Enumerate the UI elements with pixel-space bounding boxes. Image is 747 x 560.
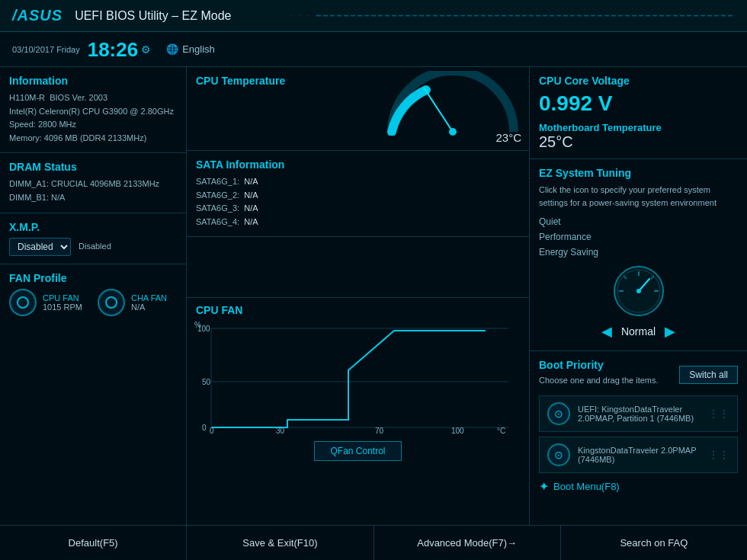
ez-description: Click the icon to specify your preferred… — [539, 184, 738, 209]
ez-mode-performance: Performance — [539, 230, 738, 244]
datetime-section: 03/10/2017 Friday — [12, 45, 80, 54]
boot-item-2[interactable]: ⊙ KingstonDataTraveler 2.0PMAP (7446MB) … — [539, 437, 738, 473]
bottombar: Default(F5) Save & Exit(F10) Advanced Mo… — [0, 525, 747, 560]
cpu-volt-value: 0.992 V — [539, 91, 738, 116]
info-speed: Speed: 2800 MHz — [9, 118, 177, 132]
svg-point-1 — [449, 128, 457, 136]
sata-port-1: SATA6G_1: N/A — [196, 175, 520, 189]
cha-fan-icon — [98, 289, 125, 316]
mb-temp-value: 25°C — [539, 133, 738, 151]
boot-title: Boot Priority — [539, 359, 659, 371]
ez-mode-energy: Energy Saving — [539, 245, 738, 259]
cpufan-chart-area: % 100 50 0 0 30 70 100 °C — [196, 321, 520, 435]
cha-fan-inner — [105, 296, 117, 309]
ez-mode-quiet: Quiet — [539, 215, 738, 229]
cha-fan-text: CHA FAN N/A — [131, 293, 167, 312]
xmp-row: Disabled Profile 1 Profile 2 Disabled — [9, 238, 177, 256]
header-decoration: · · · ━━━━━━━━━━━━━━━━━━━━━━━━━━━━━━━━━━… — [290, 11, 735, 20]
qfan-button[interactable]: QFan Control — [314, 441, 401, 461]
svg-line-0 — [424, 88, 453, 132]
cpufan-panel: CPU FAN % 100 50 0 0 30 70 100 — [187, 298, 529, 525]
switch-all-button[interactable]: Switch all — [679, 366, 738, 384]
header-bar: /ASUS UEFI BIOS Utility – EZ Mode · · · … — [0, 0, 747, 32]
info-title: Information — [9, 75, 177, 87]
dram-title: DRAM Status — [9, 161, 177, 173]
ez-modes-list: Quiet Performance Energy Saving — [539, 215, 738, 259]
svg-point-22 — [636, 289, 641, 293]
boot-desc: Choose one and drag the items. — [539, 376, 659, 385]
cpu-fan-icon — [9, 289, 37, 316]
cpu-temp-panel: CPU Temperature 23°C — [187, 67, 529, 151]
fan-title: FAN Profile — [9, 272, 177, 284]
boot-item-2-text: KingstonDataTraveler 2.0PMAP (7446MB) — [578, 446, 701, 464]
language-section[interactable]: 🌐 English — [166, 43, 215, 55]
ez-mode-selector: ◀ Normal ▶ — [539, 323, 738, 340]
dram-panel: DRAM Status DIMM_A1: CRUCIAL 4096MB 2133… — [0, 153, 186, 213]
boot-drag-icon-1: ⋮⋮ — [708, 408, 729, 420]
search-faq-btn[interactable]: Search on FAQ — [561, 526, 747, 560]
cpu-fan-rpm: 1015 RPM — [43, 302, 82, 312]
sata-panel: SATA Information SATA6G_1: N/A SATA6G_2:… — [187, 151, 529, 237]
info-model: H110M-R BIOS Ver. 2003 — [9, 91, 177, 105]
cha-fan-value: N/A — [131, 302, 167, 312]
svg-text:°C: °C — [497, 427, 505, 434]
sata-ports: SATA6G_1: N/A SATA6G_2: N/A SATA6G_3: N/… — [196, 175, 520, 229]
cpu-fan-item: CPU FAN 1015 RPM — [9, 289, 82, 316]
ez-next-btn[interactable]: ▶ — [665, 323, 675, 340]
topbar: 03/10/2017 Friday 18:26 ⚙ 🌐 English — [0, 32, 747, 67]
svg-text:100: 100 — [451, 427, 464, 434]
qfan-btn-container: QFan Control — [196, 435, 520, 461]
date-display: 03/10/2017 Friday — [12, 45, 80, 54]
boot-menu-label: Boot Menu(F8) — [553, 481, 620, 492]
dram-dimm-b1: DIMM_B1: N/A — [9, 191, 177, 205]
asus-logo: /ASUS — [12, 7, 63, 24]
cha-fan-label: CHA FAN — [131, 293, 167, 302]
boot-panel: Boot Priority Choose one and drag the it… — [530, 351, 747, 525]
right-column: CPU Core Voltage 0.992 V Motherboard Tem… — [530, 67, 747, 525]
cha-fan-item: CHA FAN N/A — [98, 289, 167, 316]
boot-menu-button[interactable]: ✦ Boot Menu(F8) — [539, 479, 620, 494]
cpu-volt-panel: CPU Core Voltage 0.992 V Motherboard Tem… — [530, 67, 747, 159]
sata-title: SATA Information — [196, 158, 520, 171]
fan-items: CPU FAN 1015 RPM CHA FAN N/A — [9, 289, 177, 316]
default-btn[interactable]: Default(F5) — [0, 526, 187, 560]
fan-panel: FAN Profile CPU FAN 1015 RPM — [0, 264, 186, 525]
language-label: English — [182, 43, 215, 55]
dram-dimm-a1: DIMM_A1: CRUCIAL 4096MB 2133MHz — [9, 178, 177, 191]
sata-port-2: SATA6G_2: N/A — [196, 189, 520, 203]
save-exit-btn[interactable]: Save & Exit(F10) — [187, 526, 374, 560]
svg-text:70: 70 — [375, 427, 384, 434]
boot-item-1-text: UEFI: KingstonDataTraveler 2.0PMAP, Part… — [578, 405, 701, 423]
xmp-panel: X.M.P. Disabled Profile 1 Profile 2 Disa… — [0, 213, 186, 264]
cpu-fan-inner — [17, 296, 29, 309]
chart-y-label: % — [194, 321, 201, 329]
cpu-temp-gauge — [384, 71, 521, 136]
speedometer-icon[interactable] — [611, 264, 666, 318]
xmp-status: Disabled — [79, 240, 111, 254]
boot-disk-icon-2: ⊙ — [547, 443, 570, 466]
info-cpu: Intel(R) Celeron(R) CPU G3900 @ 2.80GHz — [9, 105, 177, 119]
mid-column: CPU Temperature 23°C SATA Information SA… — [187, 67, 530, 525]
speedo-container — [539, 264, 738, 318]
cpufan-chart-svg: 100 50 0 0 30 70 100 °C — [196, 321, 516, 434]
svg-text:0: 0 — [202, 424, 207, 432]
time-display: 18:26 — [88, 40, 139, 59]
boot-item-1[interactable]: ⊙ UEFI: KingstonDataTraveler 2.0PMAP, Pa… — [539, 395, 738, 432]
info-memory: Memory: 4096 MB (DDR4 2133MHz) — [9, 132, 177, 146]
xmp-title: X.M.P. — [9, 221, 177, 233]
advanced-mode-btn[interactable]: Advanced Mode(F7)→ — [374, 526, 561, 560]
cpufan-title: CPU FAN — [196, 304, 520, 316]
ez-panel: EZ System Tuning Click the icon to speci… — [530, 159, 747, 351]
settings-icon[interactable]: ⚙ — [141, 43, 151, 56]
main-content: Information H110M-R BIOS Ver. 2003 Intel… — [0, 67, 747, 525]
sata-port-4: SATA6G_4: N/A — [196, 216, 520, 229]
cpu-volt-title: CPU Core Voltage — [539, 75, 738, 87]
xmp-select[interactable]: Disabled Profile 1 Profile 2 — [9, 238, 71, 256]
boot-drag-icon-2: ⋮⋮ — [708, 449, 729, 461]
bios-title: UEFI BIOS Utility – EZ Mode — [75, 9, 231, 23]
sata-port-3: SATA6G_3: N/A — [196, 202, 520, 216]
ez-prev-btn[interactable]: ◀ — [601, 323, 612, 340]
boot-header: Boot Priority Choose one and drag the it… — [539, 359, 738, 391]
ez-active-mode: Normal — [621, 325, 656, 338]
cpu-fan-text: CPU FAN 1015 RPM — [43, 293, 82, 312]
